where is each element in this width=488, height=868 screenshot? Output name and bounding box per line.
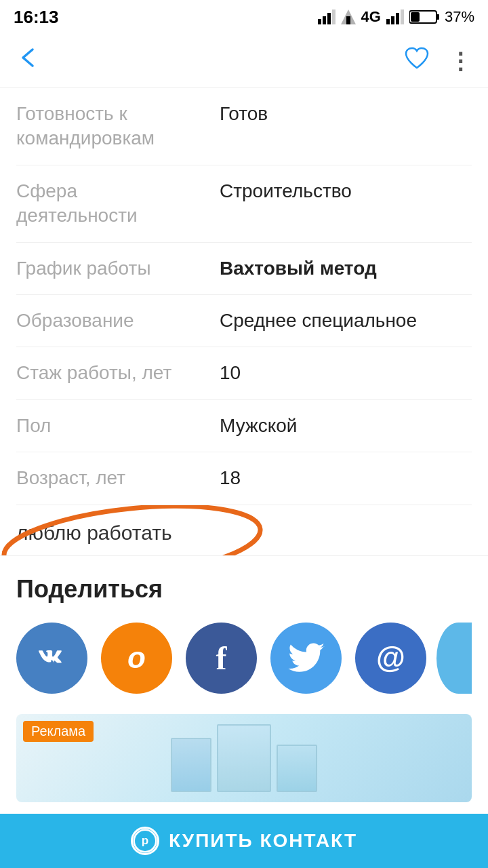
info-row-travel: Готовность ккомандировкам Готов <box>16 88 472 165</box>
about-section: люблю работать <box>0 505 488 556</box>
more-button[interactable]: ⋮ <box>449 47 472 75</box>
info-row-sphere: Сферадеятельности Строительство <box>16 165 472 243</box>
share-section: Поделиться о f @ <box>0 556 488 707</box>
status-bar: 16:13 4G 37% <box>0 0 488 34</box>
svg-rect-2 <box>327 13 331 24</box>
svg-rect-6 <box>386 19 390 24</box>
value-schedule: Вахтовый метод <box>220 256 377 281</box>
share-ok-button[interactable]: о <box>101 623 172 694</box>
label-travel: Готовность ккомандировкам <box>16 102 220 151</box>
share-facebook-button[interactable]: f <box>186 623 257 694</box>
buy-contact-button[interactable]: р КУПИТЬ КОНТАКТ <box>0 814 488 868</box>
info-row-experience: Стаж работы, лет 10 <box>16 347 472 399</box>
share-twitter-button[interactable] <box>270 623 342 694</box>
svg-rect-8 <box>396 13 399 24</box>
value-education: Среднее специальное <box>220 309 417 333</box>
profile-info-section: Готовность ккомандировкам Готов Сферадея… <box>0 88 488 505</box>
signal-icon <box>318 9 336 24</box>
network-type: 4G <box>361 8 381 26</box>
label-experience: Стаж работы, лет <box>16 361 220 385</box>
nav-right-actions: ⋮ <box>404 47 472 75</box>
signal3-icon <box>386 9 404 24</box>
nav-bar: ⋮ <box>0 34 488 88</box>
ad-label: Реклама <box>23 721 94 742</box>
share-email-button[interactable]: @ <box>355 623 426 694</box>
label-gender: Пол <box>16 414 220 438</box>
info-row-gender: Пол Мужской <box>16 400 472 452</box>
info-row-schedule: График работы Вахтовый метод <box>16 243 472 295</box>
svg-rect-3 <box>332 9 336 24</box>
label-age: Возраст, лет <box>16 466 220 490</box>
value-age: 18 <box>220 466 241 490</box>
svg-rect-0 <box>318 19 321 24</box>
info-row-age: Возраст, лет 18 <box>16 452 472 505</box>
svg-rect-12 <box>411 12 420 22</box>
battery-icon <box>409 9 439 24</box>
value-gender: Мужской <box>220 414 297 438</box>
svg-text:р: р <box>142 833 148 847</box>
buy-button-label: КУПИТЬ КОНТАКТ <box>169 830 357 852</box>
label-schedule: График работы <box>16 256 220 281</box>
svg-rect-7 <box>391 16 394 24</box>
value-experience: 10 <box>220 361 241 385</box>
buy-button-content: р КУПИТЬ КОНТАКТ <box>131 827 357 855</box>
value-travel: Готов <box>220 102 268 126</box>
label-sphere: Сферадеятельности <box>16 179 220 229</box>
buy-icon: р <box>131 827 159 855</box>
share-vk-button[interactable] <box>16 623 87 694</box>
svg-rect-5 <box>346 16 350 24</box>
status-icons: 4G 37% <box>318 8 474 26</box>
share-other-button[interactable] <box>436 623 472 694</box>
favorite-button[interactable] <box>404 47 430 75</box>
value-sphere: Строительство <box>220 179 352 203</box>
back-button[interactable] <box>16 45 41 76</box>
svg-rect-9 <box>401 9 404 24</box>
svg-rect-1 <box>323 16 326 24</box>
status-time: 16:13 <box>14 7 59 28</box>
share-icons-row: о f @ <box>16 623 472 694</box>
label-education: Образование <box>16 309 220 333</box>
about-text: люблю работать <box>16 521 172 544</box>
svg-rect-11 <box>436 14 439 20</box>
signal2-icon <box>341 9 356 24</box>
battery-percent: 37% <box>445 8 474 26</box>
info-row-education: Образование Среднее специальное <box>16 295 472 347</box>
share-title: Поделиться <box>16 575 472 604</box>
ad-banner[interactable]: Реклама <box>16 714 472 802</box>
